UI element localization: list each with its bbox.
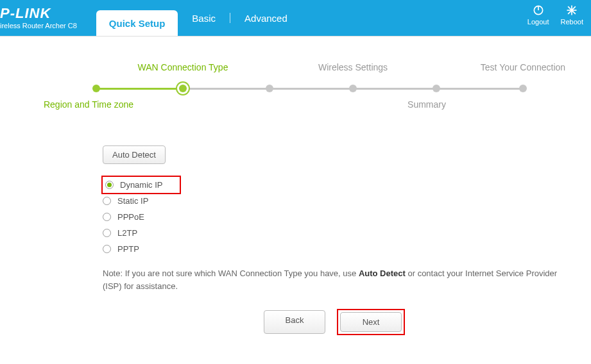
step-label-test: Test Your Connection xyxy=(481,62,565,72)
step-dot-4 xyxy=(349,85,357,92)
radio-icon xyxy=(105,181,114,189)
step-label-summary: Summary xyxy=(407,99,446,110)
radio-label: L2TP xyxy=(117,228,137,238)
step-dot-3 xyxy=(266,85,273,92)
radio-l2tp[interactable]: L2TP xyxy=(103,225,565,241)
logout-label: Logout xyxy=(527,18,549,26)
back-button[interactable]: Back xyxy=(264,310,325,334)
stepper: WAN Connection Type Wireless Settings Te… xyxy=(13,62,578,120)
content: WAN Connection Type Wireless Settings Te… xyxy=(0,37,591,353)
brand: P-LINK ireless Router Archer C8 xyxy=(0,6,77,29)
radio-pppoe[interactable]: PPPoE xyxy=(103,209,565,225)
radio-icon xyxy=(103,245,111,253)
tab-quick-setup[interactable]: Quick Setup xyxy=(96,10,178,36)
stepper-labels-top: WAN Connection Type Wireless Settings Te… xyxy=(13,62,578,78)
tab-basic[interactable]: Basic xyxy=(178,0,230,36)
step-dot-2 xyxy=(179,85,187,92)
step-dot-6 xyxy=(519,85,527,92)
brand-logo: P-LINK xyxy=(0,6,77,21)
radio-icon xyxy=(103,213,111,221)
auto-detect-button[interactable]: Auto Detect xyxy=(103,145,166,164)
radio-icon xyxy=(103,197,111,205)
tab-advanced[interactable]: Advanced xyxy=(230,0,302,36)
logout-button[interactable]: Logout xyxy=(527,4,549,26)
next-button[interactable]: Next xyxy=(340,312,402,332)
nav-tabs: Quick Setup Basic Advanced xyxy=(96,0,302,36)
tab-divider xyxy=(230,13,230,23)
track-line-done xyxy=(96,88,183,90)
asterisk-icon xyxy=(565,4,578,17)
radio-dynamic-ip[interactable]: Dynamic IP xyxy=(103,177,180,193)
step-dot-5 xyxy=(433,85,440,92)
header-actions: Logout Reboot xyxy=(527,4,583,26)
brand-subtitle: ireless Router Archer C8 xyxy=(0,22,77,29)
reboot-button[interactable]: Reboot xyxy=(561,4,583,26)
header: P-LINK ireless Router Archer C8 Quick Se… xyxy=(0,0,591,36)
radio-label: PPPoE xyxy=(117,212,144,222)
note-pre: Note: If you are not sure which WAN Conn… xyxy=(103,269,359,278)
radio-icon xyxy=(103,229,111,237)
nav-buttons: Back Next xyxy=(103,310,565,334)
step-dot-1 xyxy=(92,85,100,92)
step-label-region: Region and Time zone xyxy=(44,99,133,110)
radio-label: PPTP xyxy=(117,244,139,254)
reboot-label: Reboot xyxy=(561,18,583,26)
next-highlight: Next xyxy=(338,310,404,334)
stepper-track xyxy=(13,84,578,93)
step-label-wan: WAN Connection Type xyxy=(138,62,228,72)
auto-detect-row: Auto Detect xyxy=(103,145,565,164)
wan-type-radio-group: Dynamic IP Static IP PPPoE L2TP PPTP xyxy=(103,177,565,257)
radio-label: Static IP xyxy=(117,196,148,206)
radio-pptp[interactable]: PPTP xyxy=(103,241,565,257)
step-label-wireless: Wireless Settings xyxy=(318,62,388,72)
note-text: Note: If you are not sure which WAN Conn… xyxy=(103,267,565,292)
radio-label: Dynamic IP xyxy=(120,180,162,190)
form-area: Auto Detect Dynamic IP Static IP PPPoE L… xyxy=(103,145,565,334)
note-bold: Auto Detect xyxy=(359,269,406,278)
power-icon xyxy=(532,4,545,17)
stepper-labels-bottom: Region and Time zone Summary xyxy=(13,99,578,115)
radio-static-ip[interactable]: Static IP xyxy=(103,193,565,209)
